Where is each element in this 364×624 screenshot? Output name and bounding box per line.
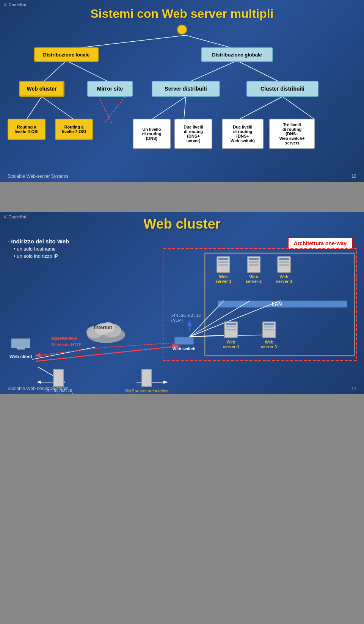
svg-line-2 [42,61,66,83]
bullet-hostname: • un solo hostname [14,246,69,252]
server-n-box: Web server N [261,321,278,349]
arch-badge: Architettura one-way [288,237,353,249]
svg-line-18 [32,347,95,359]
routing-dns-switch-box: Due livelli di routing (DNS+ Web switch) [222,119,264,149]
bullet-ip: • un solo indirizzo IP [14,253,69,259]
slide1-page: 10 [351,174,356,179]
slide2-footer: Scalable Web-server Systems 11 [0,386,364,391]
internet-label: Internet [94,325,112,330]
svg-line-26 [106,346,178,354]
slide1-title: Sistemi con Web server multipli [4,7,360,21]
monitor-icon [11,339,30,348]
server-distribuiti-box: Server distribuiti [152,81,220,97]
server-1-box: Web server 1 [215,256,231,284]
svg-line-3 [66,61,112,83]
server-1-icon [217,256,230,273]
routing-l7-box: Routing a livello 7-OSI [55,119,93,140]
server-2-icon [247,256,260,273]
svg-line-11 [184,97,186,119]
left-title: - Indirizzo del sito Web [8,238,69,245]
dns-auto-icon [141,369,152,387]
server-3-icon [277,256,291,273]
svg-line-24 [36,347,106,356]
switch-icon [174,337,194,345]
server-2-box: Web server 2 [246,256,262,284]
dist-globale-box: Distribuzione globale [201,47,273,62]
slide1-footer: Scalable Web-server Systems 10 [0,174,364,179]
svg-line-4 [186,61,237,83]
routing-tre-box: Tre livelli di routing (DNS+ Web switch+… [269,119,315,149]
svg-line-12 [239,97,282,119]
web-client-label: Web client [9,354,32,359]
svg-line-10 [152,97,186,119]
slide2-content: - Indirizzo del sito Web • un solo hostn… [4,234,360,394]
root-node [177,25,187,34]
server-3-box: Web server 3 [276,256,292,284]
oggetto-web-label: Oggetto Web [51,336,77,340]
server-4-label: Web server 4 [223,340,239,349]
gap [0,182,364,212]
server-4-box: Web server 4 [223,321,239,349]
dns-locale-icon [53,369,64,387]
web-switch-label: Web switch [173,346,195,351]
svg-line-8 [99,97,112,123]
server-n-label: Web server N [261,340,278,349]
slide1-watermark: V. Cardellini [4,2,26,7]
arch-label: Architettura [294,240,324,246]
web-switch-box: Web switch [173,337,195,351]
server-4-icon [224,321,238,338]
svg-text:LAN: LAN [272,301,282,307]
cluster-distribuiti-box: Cluster distribuiti [246,81,318,97]
dist-locale-box: Distribuzione locale [34,47,99,62]
slide-1: V. Cardellini Sistemi con Web server mul… [0,0,364,182]
routing-dns-server-box: Due livelli di routing (DNS+ server) [174,119,212,149]
slide-2: V. Cardellini Web cluster - Indirizzo de… [0,212,364,394]
web-client-box: Web client [9,339,32,359]
slide2-page: 11 [351,386,356,391]
svg-line-9 [104,97,125,123]
svg-line-5 [237,61,282,83]
svg-line-7 [42,97,74,119]
slide2-watermark: V. Cardellini [4,215,26,219]
server-3-label: Web server 3 [276,274,292,284]
svg-rect-15 [218,301,347,307]
svg-line-6 [27,97,42,119]
routing-dns-box: Un livello di routing (DNS) [133,119,171,149]
slide2-left-text: - Indirizzo del sito Web • un solo hostn… [8,238,69,259]
arch-oneway: one-way [325,240,347,246]
slide2-title: Web cluster [4,216,360,232]
ip-address-label: 144.55.62.18 (VIP) [171,313,201,323]
server-2-label: Web server 2 [246,274,262,284]
slide2-course: Scalable Web-server Systems [8,386,69,391]
server-n-icon [262,321,276,338]
richiesta-http-label: Richiesta HTTP [51,342,82,347]
internet-cloud: Internet [83,314,129,344]
routing-l4-box: Routing a livello 4-OSI [8,119,46,140]
slide1-course: Scalable Web-server Systems [8,174,69,179]
web-cluster-box: Web cluster [19,81,64,97]
tree-diagram: Distribuzione locale Distribuzione globa… [4,25,360,169]
mirror-site-box: Mirror site [87,81,133,97]
server-1-label: Web server 1 [215,274,231,284]
svg-line-13 [282,97,315,119]
svg-line-25 [36,354,106,361]
